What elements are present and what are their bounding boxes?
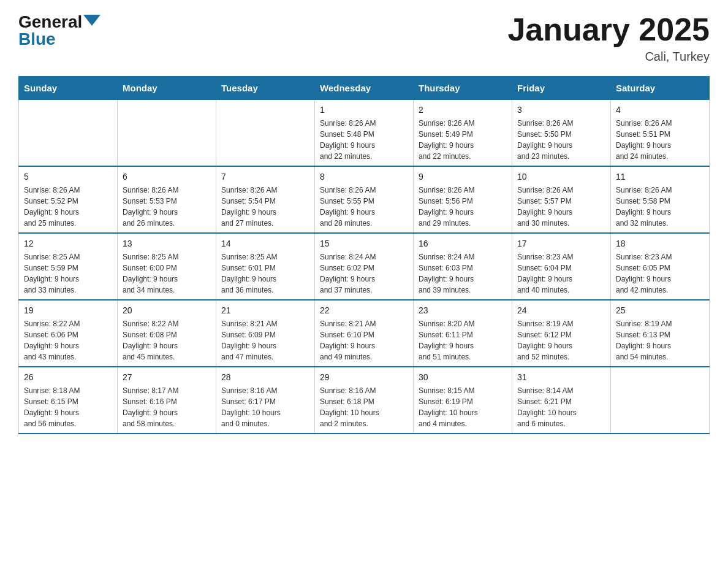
day-number: 14	[221, 237, 309, 250]
weekday-sunday: Sunday	[19, 77, 118, 100]
title-block: January 2025 Cali, Turkey	[507, 12, 710, 64]
calendar-cell: 22Sunrise: 8:21 AM Sunset: 6:10 PM Dayli…	[315, 300, 414, 367]
day-info: Sunrise: 8:26 AM Sunset: 5:48 PM Dayligh…	[320, 118, 408, 162]
calendar-cell: 24Sunrise: 8:19 AM Sunset: 6:12 PM Dayli…	[512, 300, 611, 367]
day-info: Sunrise: 8:25 AM Sunset: 6:00 PM Dayligh…	[123, 251, 211, 296]
day-info: Sunrise: 8:26 AM Sunset: 5:52 PM Dayligh…	[24, 185, 112, 229]
day-info: Sunrise: 8:25 AM Sunset: 5:59 PM Dayligh…	[24, 251, 112, 296]
day-info: Sunrise: 8:21 AM Sunset: 6:10 PM Dayligh…	[320, 318, 408, 362]
day-number: 18	[616, 237, 704, 250]
day-number: 4	[616, 104, 704, 117]
month-title: January 2025	[507, 12, 710, 47]
weekday-row: SundayMondayTuesdayWednesdayThursdayFrid…	[19, 77, 710, 100]
calendar-cell: 2Sunrise: 8:26 AM Sunset: 5:49 PM Daylig…	[414, 100, 512, 167]
week-row-5: 26Sunrise: 8:18 AM Sunset: 6:15 PM Dayli…	[19, 367, 710, 434]
calendar-cell: 31Sunrise: 8:14 AM Sunset: 6:21 PM Dayli…	[512, 367, 611, 434]
weekday-thursday: Thursday	[414, 77, 512, 100]
day-info: Sunrise: 8:19 AM Sunset: 6:12 PM Dayligh…	[517, 318, 605, 362]
day-info: Sunrise: 8:14 AM Sunset: 6:21 PM Dayligh…	[517, 385, 605, 429]
day-number: 22	[320, 304, 408, 317]
calendar-body: 1Sunrise: 8:26 AM Sunset: 5:48 PM Daylig…	[19, 100, 710, 434]
day-info: Sunrise: 8:26 AM Sunset: 5:49 PM Dayligh…	[419, 118, 507, 162]
calendar-cell: 30Sunrise: 8:15 AM Sunset: 6:19 PM Dayli…	[414, 367, 512, 434]
day-number: 28	[221, 371, 309, 384]
day-info: Sunrise: 8:21 AM Sunset: 6:09 PM Dayligh…	[221, 318, 309, 362]
calendar-cell: 13Sunrise: 8:25 AM Sunset: 6:00 PM Dayli…	[118, 233, 216, 300]
calendar-cell: 6Sunrise: 8:26 AM Sunset: 5:53 PM Daylig…	[118, 166, 216, 233]
calendar-cell: 16Sunrise: 8:24 AM Sunset: 6:03 PM Dayli…	[414, 233, 512, 300]
day-number: 30	[419, 371, 507, 384]
week-row-4: 19Sunrise: 8:22 AM Sunset: 6:06 PM Dayli…	[19, 300, 710, 367]
logo-blue-text: Blue	[18, 29, 56, 49]
day-number: 5	[24, 170, 112, 183]
day-info: Sunrise: 8:26 AM Sunset: 5:54 PM Dayligh…	[221, 185, 309, 229]
day-number: 1	[320, 104, 408, 117]
day-number: 3	[517, 104, 605, 117]
calendar-table: SundayMondayTuesdayWednesdayThursdayFrid…	[18, 76, 710, 434]
calendar-cell: 4Sunrise: 8:26 AM Sunset: 5:51 PM Daylig…	[611, 100, 710, 167]
day-info: Sunrise: 8:26 AM Sunset: 5:57 PM Dayligh…	[517, 185, 605, 229]
calendar-cell: 21Sunrise: 8:21 AM Sunset: 6:09 PM Dayli…	[216, 300, 315, 367]
calendar-cell: 3Sunrise: 8:26 AM Sunset: 5:50 PM Daylig…	[512, 100, 611, 167]
calendar-header: SundayMondayTuesdayWednesdayThursdayFrid…	[19, 77, 710, 100]
logo: General Blue	[18, 12, 100, 49]
day-number: 17	[517, 237, 605, 250]
day-info: Sunrise: 8:15 AM Sunset: 6:19 PM Dayligh…	[419, 385, 507, 429]
weekday-monday: Monday	[118, 77, 216, 100]
calendar-cell: 29Sunrise: 8:16 AM Sunset: 6:18 PM Dayli…	[315, 367, 414, 434]
calendar-cell: 7Sunrise: 8:26 AM Sunset: 5:54 PM Daylig…	[216, 166, 315, 233]
location-text: Cali, Turkey	[507, 50, 710, 64]
day-info: Sunrise: 8:24 AM Sunset: 6:03 PM Dayligh…	[419, 251, 507, 296]
day-info: Sunrise: 8:18 AM Sunset: 6:15 PM Dayligh…	[24, 385, 112, 429]
day-info: Sunrise: 8:22 AM Sunset: 6:08 PM Dayligh…	[123, 318, 211, 362]
week-row-1: 1Sunrise: 8:26 AM Sunset: 5:48 PM Daylig…	[19, 100, 710, 167]
weekday-tuesday: Tuesday	[216, 77, 315, 100]
calendar-cell: 5Sunrise: 8:26 AM Sunset: 5:52 PM Daylig…	[19, 166, 118, 233]
calendar-cell	[216, 100, 315, 167]
calendar-cell: 10Sunrise: 8:26 AM Sunset: 5:57 PM Dayli…	[512, 166, 611, 233]
day-info: Sunrise: 8:16 AM Sunset: 6:18 PM Dayligh…	[320, 385, 408, 429]
calendar-cell: 11Sunrise: 8:26 AM Sunset: 5:58 PM Dayli…	[611, 166, 710, 233]
logo-arrow-icon	[83, 15, 100, 26]
day-number: 13	[123, 237, 211, 250]
day-number: 7	[221, 170, 309, 183]
day-number: 29	[320, 371, 408, 384]
calendar-cell: 1Sunrise: 8:26 AM Sunset: 5:48 PM Daylig…	[315, 100, 414, 167]
day-info: Sunrise: 8:26 AM Sunset: 5:58 PM Dayligh…	[616, 185, 704, 229]
day-info: Sunrise: 8:26 AM Sunset: 5:55 PM Dayligh…	[320, 185, 408, 229]
day-info: Sunrise: 8:19 AM Sunset: 6:13 PM Dayligh…	[616, 318, 704, 362]
calendar-cell	[611, 367, 710, 434]
weekday-saturday: Saturday	[611, 77, 710, 100]
day-number: 20	[123, 304, 211, 317]
day-number: 8	[320, 170, 408, 183]
calendar-cell	[19, 100, 118, 167]
day-info: Sunrise: 8:26 AM Sunset: 5:50 PM Dayligh…	[517, 118, 605, 162]
day-info: Sunrise: 8:23 AM Sunset: 6:04 PM Dayligh…	[517, 251, 605, 296]
calendar-cell: 8Sunrise: 8:26 AM Sunset: 5:55 PM Daylig…	[315, 166, 414, 233]
weekday-wednesday: Wednesday	[315, 77, 414, 100]
calendar-cell: 28Sunrise: 8:16 AM Sunset: 6:17 PM Dayli…	[216, 367, 315, 434]
day-info: Sunrise: 8:17 AM Sunset: 6:16 PM Dayligh…	[123, 385, 211, 429]
calendar-cell: 15Sunrise: 8:24 AM Sunset: 6:02 PM Dayli…	[315, 233, 414, 300]
day-number: 21	[221, 304, 309, 317]
day-info: Sunrise: 8:20 AM Sunset: 6:11 PM Dayligh…	[419, 318, 507, 362]
day-number: 11	[616, 170, 704, 183]
calendar-cell: 12Sunrise: 8:25 AM Sunset: 5:59 PM Dayli…	[19, 233, 118, 300]
day-number: 26	[24, 371, 112, 384]
day-number: 25	[616, 304, 704, 317]
calendar-cell: 14Sunrise: 8:25 AM Sunset: 6:01 PM Dayli…	[216, 233, 315, 300]
day-number: 23	[419, 304, 507, 317]
day-info: Sunrise: 8:24 AM Sunset: 6:02 PM Dayligh…	[320, 251, 408, 296]
calendar-cell: 23Sunrise: 8:20 AM Sunset: 6:11 PM Dayli…	[414, 300, 512, 367]
calendar-cell: 27Sunrise: 8:17 AM Sunset: 6:16 PM Dayli…	[118, 367, 216, 434]
day-info: Sunrise: 8:16 AM Sunset: 6:17 PM Dayligh…	[221, 385, 309, 429]
week-row-2: 5Sunrise: 8:26 AM Sunset: 5:52 PM Daylig…	[19, 166, 710, 233]
day-info: Sunrise: 8:22 AM Sunset: 6:06 PM Dayligh…	[24, 318, 112, 362]
day-info: Sunrise: 8:26 AM Sunset: 5:53 PM Dayligh…	[123, 185, 211, 229]
calendar-cell: 20Sunrise: 8:22 AM Sunset: 6:08 PM Dayli…	[118, 300, 216, 367]
day-number: 24	[517, 304, 605, 317]
calendar-cell: 19Sunrise: 8:22 AM Sunset: 6:06 PM Dayli…	[19, 300, 118, 367]
day-number: 16	[419, 237, 507, 250]
day-number: 31	[517, 371, 605, 384]
calendar-cell: 25Sunrise: 8:19 AM Sunset: 6:13 PM Dayli…	[611, 300, 710, 367]
